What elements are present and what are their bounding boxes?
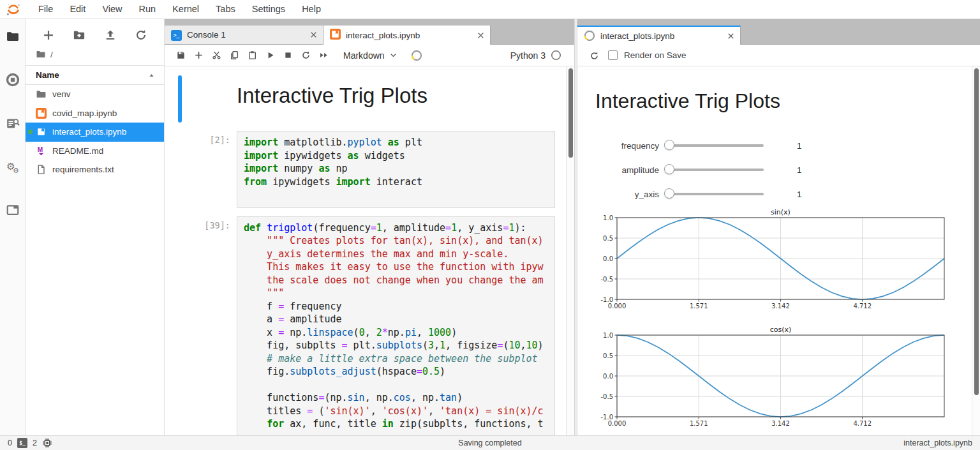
slider-handle[interactable]: [664, 140, 674, 150]
svg-text:4.712: 4.712: [853, 303, 872, 310]
sidebar-running-kernels-icon[interactable]: [6, 73, 20, 87]
close-icon[interactable]: [476, 31, 486, 40]
svg-text:1.0: 1.0: [603, 214, 613, 221]
render-on-save-checkbox[interactable]: [608, 50, 618, 60]
cell-editor[interactable]: import matplotlib.pyplot as pltimport ip…: [237, 131, 555, 208]
svg-text:M: M: [38, 146, 43, 153]
sidebar-property-inspector-icon[interactable]: [6, 116, 20, 130]
menu-bar: FileEditViewRunKernelTabsSettingsHelp: [0, 0, 980, 19]
name-column-header[interactable]: Name: [36, 70, 59, 80]
file-list-header[interactable]: Name: [26, 65, 164, 85]
menu-kernel[interactable]: Kernel: [164, 0, 207, 19]
stop-kernel-button[interactable]: [280, 47, 296, 63]
notebook-dock-panel: >_Console 1interact_plots.ipynb Markdown…: [165, 19, 574, 435]
status-message: Saving completed: [0, 439, 980, 447]
preview-scrollbar[interactable]: [972, 66, 980, 435]
file-row-README.md[interactable]: MREADME.md: [26, 142, 164, 161]
svg-text:-1.0: -1.0: [600, 296, 613, 303]
svg-text:-0.5: -0.5: [600, 276, 613, 283]
kernel-switcher[interactable]: Python 3: [510, 50, 561, 61]
sidebar-extension-manager-icon[interactable]: [6, 203, 20, 217]
breadcrumb[interactable]: /: [26, 46, 164, 65]
console-icon: >_: [171, 29, 182, 41]
file-row-covid_map.ipynb[interactable]: covid_map.ipynb: [26, 104, 164, 123]
slider-track[interactable]: [667, 193, 764, 196]
slider-track[interactable]: [667, 169, 764, 172]
paste-cell-button[interactable]: [244, 47, 260, 63]
figures: 0.0001.5713.1424.712-1.0-0.50.00.51.0sin…: [600, 209, 980, 427]
refresh-button[interactable]: [135, 29, 147, 41]
menu-items: FileEditViewRunKernelTabsSettingsHelp: [30, 0, 329, 19]
new-folder-button[interactable]: [73, 29, 85, 41]
menu-tabs[interactable]: Tabs: [207, 0, 244, 19]
file-row-interact_plots.ipynb[interactable]: interact_plots.ipynb: [26, 123, 164, 142]
slider-readout: 1: [797, 165, 802, 175]
cell-prompt: [2]:: [182, 131, 237, 208]
notebook-scrollbar[interactable]: [566, 66, 574, 435]
close-icon[interactable]: [309, 30, 318, 40]
markdown-cell[interactable]: Interactive Trig Plots: [178, 75, 555, 123]
save-button[interactable]: [173, 47, 189, 63]
menu-settings[interactable]: Settings: [244, 0, 293, 19]
status-bar: 0 $_ 2 Saving completed interact_plots.i…: [0, 435, 980, 450]
cut-cell-button[interactable]: [209, 47, 225, 63]
restart-kernel-button[interactable]: [298, 47, 314, 63]
tab-label: Console 1: [187, 30, 305, 40]
reload-preview-button[interactable]: [586, 48, 602, 63]
tab-preview-interact-plots[interactable]: interact_plots.ipynb: [577, 26, 741, 45]
svg-text:-0.5: -0.5: [600, 393, 613, 400]
menu-run[interactable]: Run: [131, 0, 165, 19]
run-cell-button[interactable]: [262, 47, 278, 63]
render-on-save-label: Render on Save: [624, 50, 687, 60]
sort-ascending-icon[interactable]: [148, 71, 155, 79]
file-row-requirements.txt[interactable]: requirements.txt: [26, 160, 164, 179]
menu-file[interactable]: File: [30, 0, 61, 19]
svg-text:0.0: 0.0: [603, 373, 613, 380]
slider-label: frequency: [595, 141, 659, 151]
sidebar-file-browser-icon[interactable]: [6, 29, 20, 43]
svg-text:cos(x): cos(x): [770, 326, 792, 334]
code-cell[interactable]: [2]:import matplotlib.pyplot as pltimpor…: [178, 131, 555, 208]
new-launcher-button[interactable]: [42, 29, 55, 41]
file-name: venv: [52, 89, 71, 99]
close-icon[interactable]: [726, 31, 736, 41]
preview-content: Interactive Trig Plots frequency1amplitu…: [577, 66, 980, 435]
tab-console-1[interactable]: >_Console 1: [165, 26, 323, 44]
menu-edit[interactable]: Edit: [61, 0, 94, 19]
restart-run-all-button[interactable]: [316, 47, 332, 63]
jupyter-logo-icon: [6, 2, 21, 17]
cell-type-label: Markdown: [343, 50, 385, 61]
preview-heading: Interactive Trig Plots: [595, 89, 980, 113]
menu-view[interactable]: View: [94, 0, 130, 19]
figure-cos(x): 0.0001.5713.1424.712-1.0-0.50.00.51.0cos…: [600, 326, 946, 427]
scrollbar-thumb[interactable]: [974, 68, 979, 395]
svg-text:0.5: 0.5: [603, 235, 613, 242]
slider-track[interactable]: [667, 144, 764, 147]
slider-handle[interactable]: [664, 188, 674, 199]
markdown-icon: M: [36, 146, 47, 156]
breadcrumb-root[interactable]: /: [50, 50, 53, 59]
copy-cell-button[interactable]: [226, 47, 242, 63]
code-cell[interactable]: [39]:def trigplot(frequency=1, amplitude…: [178, 216, 555, 436]
file-name: requirements.txt: [52, 165, 114, 174]
running-kernel-dot: [28, 130, 33, 134]
svg-text:0.000: 0.000: [608, 303, 627, 310]
tab-interact-plots-ipynb[interactable]: interact_plots.ipynb: [323, 26, 491, 45]
preview-toolbar: Render on Save: [577, 45, 980, 66]
running-sessions-status[interactable]: 0 $_ 2: [8, 438, 52, 448]
file-row-venv[interactable]: venv: [26, 85, 164, 104]
cell-editor[interactable]: def trigplot(frequency=1, amplitude=1, y…: [237, 216, 555, 436]
svg-text:4.712: 4.712: [853, 420, 872, 427]
insert-cell-button[interactable]: [191, 47, 207, 63]
upload-button[interactable]: [104, 29, 117, 41]
slider-handle[interactable]: [664, 164, 674, 174]
svg-text:-1.0: -1.0: [600, 414, 613, 421]
menu-help[interactable]: Help: [293, 0, 329, 19]
scrollbar-thumb[interactable]: [568, 68, 573, 158]
notebook-content[interactable]: Interactive Trig Plots [2]:import matplo…: [165, 66, 574, 435]
cell-type-dropdown[interactable]: Markdown: [343, 50, 397, 61]
file-icon: [36, 164, 47, 175]
file-browser: / Name venvcovid_map.ipynbinteract_plots…: [26, 19, 165, 435]
cell-prompt: [39]:: [182, 216, 237, 436]
sidebar-settings-gears-icon[interactable]: ⚙⚙: [6, 160, 20, 174]
